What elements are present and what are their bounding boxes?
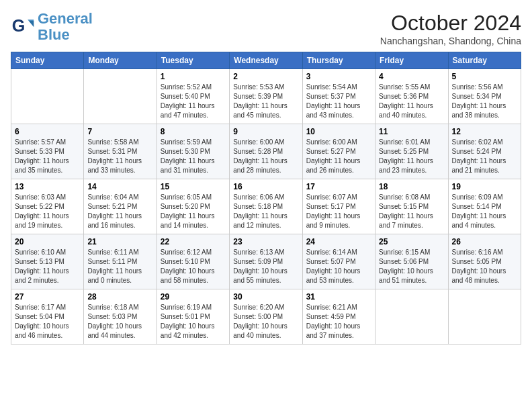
day-info: Sunrise: 6:05 AMSunset: 5:20 PMDaylight:… [161,193,226,230]
header-sunday: Sunday [11,52,84,69]
day-number: 30 [233,292,298,302]
day-info: Sunrise: 5:57 AMSunset: 5:33 PMDaylight:… [15,138,80,175]
day-number: 25 [379,237,444,246]
day-info: Sunrise: 6:20 AMSunset: 5:00 PMDaylight:… [233,303,298,340]
day-number: 29 [161,292,226,302]
day-info: Sunrise: 6:06 AMSunset: 5:18 PMDaylight:… [233,193,298,230]
header-monday: Monday [84,52,157,69]
calendar-cell: 26Sunrise: 6:16 AMSunset: 5:05 PMDayligh… [448,234,521,289]
header-tuesday: Tuesday [157,52,229,69]
day-info: Sunrise: 6:11 AMSunset: 5:11 PMDaylight:… [87,248,152,285]
calendar-cell: 21Sunrise: 6:11 AMSunset: 5:11 PMDayligh… [84,234,157,289]
calendar-cell: 8Sunrise: 5:59 AMSunset: 5:30 PMDaylight… [157,124,229,179]
calendar-cell: 28Sunrise: 6:18 AMSunset: 5:03 PMDayligh… [84,289,157,345]
day-number: 21 [87,237,152,246]
day-info: Sunrise: 6:19 AMSunset: 5:01 PMDaylight:… [161,303,226,340]
day-info: Sunrise: 6:00 AMSunset: 5:28 PMDaylight:… [233,138,298,175]
day-number: 1 [161,72,226,81]
calendar-cell: 7Sunrise: 5:58 AMSunset: 5:31 PMDaylight… [84,124,157,179]
calendar-cell: 6Sunrise: 5:57 AMSunset: 5:33 PMDaylight… [11,124,84,179]
day-info: Sunrise: 5:56 AMSunset: 5:34 PMDaylight:… [452,83,517,120]
calendar-cell: 10Sunrise: 6:00 AMSunset: 5:27 PMDayligh… [302,124,375,179]
calendar-cell: 12Sunrise: 6:02 AMSunset: 5:24 PMDayligh… [448,124,521,179]
day-number: 31 [306,292,371,302]
day-number: 10 [306,127,371,136]
week-row-1: 6Sunrise: 5:57 AMSunset: 5:33 PMDaylight… [11,124,521,179]
day-number: 24 [306,237,371,246]
day-number: 26 [452,237,517,246]
calendar-cell: 24Sunrise: 6:14 AMSunset: 5:07 PMDayligh… [302,234,375,289]
logo-text: General Blue [38,11,93,43]
day-number: 2 [233,72,298,81]
day-number: 12 [452,127,517,136]
day-number: 22 [161,237,226,246]
day-info: Sunrise: 5:59 AMSunset: 5:30 PMDaylight:… [161,138,226,175]
calendar-cell [375,289,448,345]
svg-text:G: G [12,16,26,35]
day-info: Sunrise: 6:00 AMSunset: 5:27 PMDaylight:… [306,138,371,175]
day-info: Sunrise: 6:01 AMSunset: 5:25 PMDaylight:… [379,138,444,175]
logo: G General Blue [11,11,93,43]
day-info: Sunrise: 5:58 AMSunset: 5:31 PMDaylight:… [87,138,152,175]
day-number: 8 [161,127,226,136]
header-friday: Friday [375,52,448,69]
calendar-cell: 15Sunrise: 6:05 AMSunset: 5:20 PMDayligh… [157,179,229,234]
day-info: Sunrise: 6:18 AMSunset: 5:03 PMDaylight:… [87,303,152,340]
day-info: Sunrise: 6:17 AMSunset: 5:04 PMDaylight:… [15,303,80,340]
day-number: 28 [87,292,152,302]
day-info: Sunrise: 6:08 AMSunset: 5:15 PMDaylight:… [379,193,444,230]
day-info: Sunrise: 6:02 AMSunset: 5:24 PMDaylight:… [452,138,517,175]
calendar-cell: 3Sunrise: 5:54 AMSunset: 5:37 PMDaylight… [302,69,375,124]
day-info: Sunrise: 6:04 AMSunset: 5:21 PMDaylight:… [87,193,152,230]
logo-line1: General [38,10,93,27]
day-number: 9 [233,127,298,136]
day-info: Sunrise: 6:03 AMSunset: 5:22 PMDaylight:… [15,193,80,230]
day-number: 16 [233,182,298,191]
calendar-cell: 23Sunrise: 6:13 AMSunset: 5:09 PMDayligh… [230,234,302,289]
day-info: Sunrise: 5:54 AMSunset: 5:37 PMDaylight:… [306,83,371,120]
calendar-cell: 19Sunrise: 6:09 AMSunset: 5:14 PMDayligh… [448,179,521,234]
day-number: 23 [233,237,298,246]
day-number: 20 [15,237,80,246]
day-info: Sunrise: 6:21 AMSunset: 4:59 PMDaylight:… [306,303,371,340]
calendar-cell: 17Sunrise: 6:07 AMSunset: 5:17 PMDayligh… [302,179,375,234]
day-number: 3 [306,72,371,81]
day-info: Sunrise: 6:09 AMSunset: 5:14 PMDaylight:… [452,193,517,230]
day-number: 4 [379,72,444,81]
day-number: 27 [15,292,80,302]
calendar-cell: 14Sunrise: 6:04 AMSunset: 5:21 PMDayligh… [84,179,157,234]
day-number: 17 [306,182,371,191]
month-title: October 2024 [380,11,521,36]
calendar-cell: 11Sunrise: 6:01 AMSunset: 5:25 PMDayligh… [375,124,448,179]
week-row-4: 27Sunrise: 6:17 AMSunset: 5:04 PMDayligh… [11,289,521,345]
day-number: 6 [15,127,80,136]
calendar-cell [448,289,521,345]
calendar-header-row: SundayMondayTuesdayWednesdayThursdayFrid… [11,52,521,69]
calendar-cell: 16Sunrise: 6:06 AMSunset: 5:18 PMDayligh… [230,179,302,234]
calendar-cell: 9Sunrise: 6:00 AMSunset: 5:28 PMDaylight… [230,124,302,179]
header-saturday: Saturday [448,52,521,69]
day-info: Sunrise: 6:10 AMSunset: 5:13 PMDaylight:… [15,248,80,285]
calendar-cell [11,69,84,124]
day-number: 11 [379,127,444,136]
calendar-cell: 2Sunrise: 5:53 AMSunset: 5:39 PMDaylight… [230,69,302,124]
calendar-cell [84,69,157,124]
calendar-cell: 31Sunrise: 6:21 AMSunset: 4:59 PMDayligh… [302,289,375,345]
logo-line2: Blue [38,26,70,43]
calendar-cell: 29Sunrise: 6:19 AMSunset: 5:01 PMDayligh… [157,289,229,345]
header-thursday: Thursday [302,52,375,69]
day-info: Sunrise: 5:52 AMSunset: 5:40 PMDaylight:… [161,83,226,120]
calendar-cell: 22Sunrise: 6:12 AMSunset: 5:10 PMDayligh… [157,234,229,289]
title-block: October 2024 Nanchangshan, Shandong, Chi… [380,11,521,46]
calendar: SundayMondayTuesdayWednesdayThursdayFrid… [11,52,521,345]
day-number: 5 [452,72,517,81]
header-wednesday: Wednesday [230,52,302,69]
calendar-cell: 1Sunrise: 5:52 AMSunset: 5:40 PMDaylight… [157,69,229,124]
day-info: Sunrise: 6:15 AMSunset: 5:06 PMDaylight:… [379,248,444,285]
day-info: Sunrise: 6:07 AMSunset: 5:17 PMDaylight:… [306,193,371,230]
location: Nanchangshan, Shandong, China [380,36,521,46]
calendar-cell: 30Sunrise: 6:20 AMSunset: 5:00 PMDayligh… [230,289,302,345]
day-info: Sunrise: 5:53 AMSunset: 5:39 PMDaylight:… [233,83,298,120]
calendar-cell: 18Sunrise: 6:08 AMSunset: 5:15 PMDayligh… [375,179,448,234]
day-number: 13 [15,182,80,191]
